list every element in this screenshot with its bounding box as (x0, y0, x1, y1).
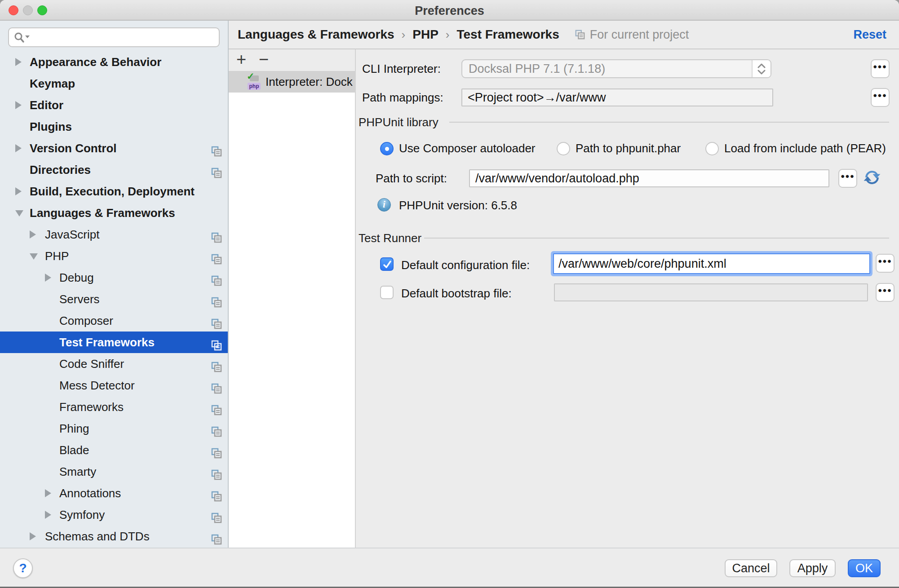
interpreter-list-toolbar: + − (229, 49, 355, 71)
radio-option[interactable]: Path to phpunit.phar (557, 141, 681, 155)
sidebar-item-debug[interactable]: Debug (0, 267, 228, 288)
breadcrumb-band: Languages & Frameworks › PHP › Test Fram… (229, 21, 899, 49)
per-project-settings-icon (211, 401, 222, 413)
radio-option[interactable]: Use Composer autoloader (380, 141, 536, 155)
per-project-settings-icon (211, 487, 222, 499)
cancel-button[interactable]: Cancel (725, 559, 777, 577)
interpreter-list-item[interactable]: ✓ php Interpreter: Dock (229, 71, 355, 93)
default-bootstrap-checkbox[interactable] (380, 286, 394, 299)
default-bootstrap-input[interactable] (554, 283, 868, 301)
sidebar-item-label: Test Frameworks (0, 332, 228, 353)
sidebar-item-blade[interactable]: Blade (0, 439, 228, 461)
per-project-settings-icon (211, 315, 222, 327)
chevron-right-icon[interactable] (15, 187, 22, 195)
sidebar-item-label: Composer (0, 310, 228, 332)
radio-option-label: Load from include path (PEAR) (724, 141, 886, 155)
sidebar-item-code-sniffer[interactable]: Code Sniffer (0, 353, 228, 375)
settings-search-input[interactable] (8, 27, 220, 47)
sidebar-item-mess-detector[interactable]: Mess Detector (0, 375, 228, 396)
breadcrumb-segment[interactable]: Languages & Frameworks (238, 27, 394, 42)
sidebar-item-javascript[interactable]: JavaScript (0, 224, 228, 245)
remove-interpreter-button[interactable]: − (255, 49, 273, 71)
radio-option[interactable]: Load from include path (PEAR) (705, 141, 886, 155)
sidebar-item-composer[interactable]: Composer (0, 310, 228, 332)
sidebar-item-php[interactable]: PHP (0, 245, 228, 267)
radio-icon[interactable] (380, 142, 394, 155)
sidebar-item-label: Frameworks (0, 396, 228, 418)
breadcrumb-separator: › (446, 28, 450, 42)
sidebar-item-schemas-and-dtds[interactable]: Schemas and DTDs (0, 526, 228, 547)
default-configuration-checkbox[interactable] (380, 257, 394, 271)
default-configuration-input[interactable] (553, 253, 870, 274)
chevron-right-icon[interactable] (30, 230, 36, 239)
path-to-script-browse-button[interactable]: ••• (838, 169, 857, 188)
per-project-settings-icon (211, 229, 222, 240)
radio-icon[interactable] (557, 142, 570, 155)
help-button[interactable]: ? (13, 558, 33, 578)
default-bootstrap-label: Default bootstrap file: (401, 287, 512, 301)
ok-button[interactable]: OK (848, 559, 881, 577)
breadcrumb-segment[interactable]: PHP (412, 27, 438, 42)
sidebar-item-servers[interactable]: Servers (0, 288, 228, 310)
sidebar-item-label: Smarty (0, 461, 228, 482)
per-project-settings-icon (211, 423, 222, 434)
sidebar-item-label: Phing (0, 418, 228, 439)
path-mappings-value[interactable]: <Project root>→/var/www (461, 88, 773, 106)
apply-button[interactable]: Apply (789, 559, 836, 577)
sidebar-item-test-frameworks[interactable]: Test Frameworks (0, 332, 228, 353)
per-project-settings-icon (211, 444, 222, 456)
sidebar-item-appearance-behavior[interactable]: Appearance & Behavior (0, 51, 228, 73)
per-project-settings-icon (211, 272, 222, 283)
section-divider (424, 238, 889, 239)
per-project-settings-icon (211, 509, 222, 521)
sidebar-item-phing[interactable]: Phing (0, 418, 228, 439)
cli-interpreter-label: CLI Interpreter: (362, 62, 441, 76)
sidebar-item-label: Appearance & Behavior (0, 51, 228, 73)
cli-interpreter-select[interactable]: Docksal PHP 7.1 (7.1.18) (461, 59, 771, 78)
stepper-arrows-icon[interactable] (752, 60, 771, 77)
chevron-right-icon[interactable] (45, 274, 51, 282)
test-runner-section-title: Test Runner (359, 231, 421, 245)
phpunit-version-text: PHPUnit version: 6.5.8 (399, 199, 517, 212)
sidebar-item-version-control[interactable]: Version Control (0, 137, 228, 159)
sidebar-item-label: Debug (0, 267, 228, 288)
default-bootstrap-browse-button[interactable]: ••• (876, 283, 895, 302)
chevron-right-icon[interactable] (15, 144, 22, 152)
reset-link[interactable]: Reset (853, 28, 886, 42)
chevron-right-icon[interactable] (45, 511, 51, 519)
radio-icon[interactable] (705, 142, 719, 155)
sidebar-item-symfony[interactable]: Symfony (0, 504, 228, 526)
chevron-down-icon[interactable] (30, 253, 38, 260)
per-project-settings-icon (211, 380, 222, 391)
sidebar-item-annotations[interactable]: Annotations (0, 482, 228, 504)
sidebar-item-build-execution-deployment[interactable]: Build, Execution, Deployment (0, 181, 228, 202)
sidebar-item-frameworks[interactable]: Frameworks (0, 396, 228, 418)
default-configuration-browse-button[interactable]: ••• (876, 254, 895, 273)
sidebar-item-plugins[interactable]: Plugins (0, 116, 228, 137)
add-interpreter-button[interactable]: + (232, 49, 250, 71)
breadcrumb-segment[interactable]: Test Frameworks (456, 27, 559, 42)
path-to-script-input[interactable]: /var/www/vendor/autoload.php (469, 169, 829, 187)
radio-option-label: Path to phpunit.phar (576, 141, 681, 155)
sidebar-item-keymap[interactable]: Keymap (0, 73, 228, 94)
sidebar-item-directories[interactable]: Directories (0, 159, 228, 181)
php-interpreter-icon: ✓ php (247, 73, 261, 90)
sidebar-item-smarty[interactable]: Smarty (0, 461, 228, 482)
chevron-right-icon[interactable] (15, 58, 22, 66)
cli-interpreter-browse-button[interactable]: ••• (871, 59, 890, 78)
sidebar-item-label: Mess Detector (0, 375, 228, 396)
sidebar-item-editor[interactable]: Editor (0, 94, 228, 116)
settings-tree: Appearance & BehaviorKeymapEditorPlugins… (0, 51, 228, 547)
sidebar-item-label: Plugins (0, 116, 228, 137)
chevron-right-icon[interactable] (15, 101, 22, 109)
reload-phpunit-icon[interactable] (863, 168, 881, 190)
chevron-down-icon[interactable] (15, 210, 23, 217)
chevron-right-icon[interactable] (30, 532, 36, 540)
sidebar-item-languages-frameworks[interactable]: Languages & Frameworks (0, 202, 228, 224)
chevron-right-icon[interactable] (45, 489, 51, 497)
interpreter-list-panel: + − ✓ php Interpreter: Dock (229, 49, 356, 548)
per-project-settings-icon (211, 142, 222, 154)
path-mappings-browse-button[interactable]: ••• (871, 88, 890, 107)
search-icon (13, 31, 31, 45)
section-divider (449, 122, 889, 123)
